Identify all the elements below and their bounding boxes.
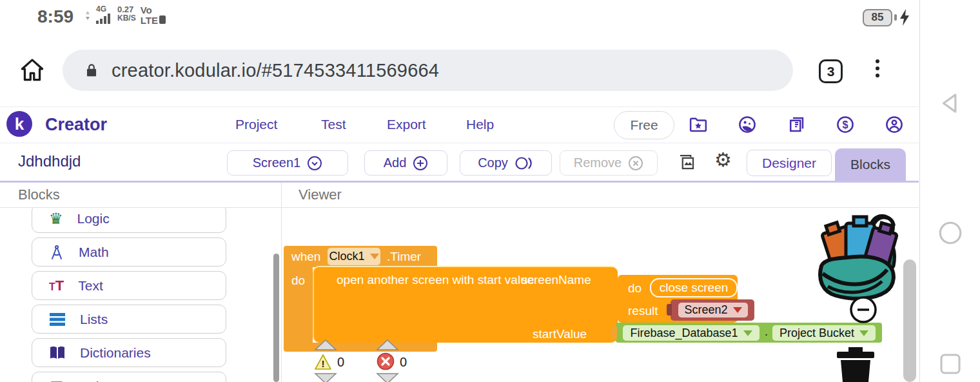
clock-dropdown[interactable]: Clock1 xyxy=(328,248,380,265)
lte-label: LTE xyxy=(141,15,166,26)
collapse-down-arrow-1[interactable] xyxy=(313,372,338,382)
text-tt-icon: TT xyxy=(49,279,64,293)
colors-icon xyxy=(49,380,64,382)
nav-back-icon[interactable] xyxy=(937,89,964,117)
clock-dropdown-value: Clock1 xyxy=(329,250,364,263)
brand-title: Creator xyxy=(45,115,107,135)
palette-list: ♛ Logic Math TT Text Lis xyxy=(0,208,281,382)
volte-label: Vo xyxy=(141,5,166,15)
blocks-canvas[interactable]: when Clock1 .Timer do open another scree… xyxy=(282,208,919,382)
event-block-spine[interactable]: do xyxy=(284,267,313,343)
url-bar[interactable]: creator.kodular.io/#5174533411569664 xyxy=(63,50,793,91)
when-label: when xyxy=(291,250,320,264)
battery-group: 85 xyxy=(863,8,910,26)
screen-selector-label: Screen1 xyxy=(253,156,301,170)
menu-export[interactable]: Export xyxy=(387,117,426,132)
signal-group: 4G xyxy=(96,5,113,24)
dropdown-arrow-icon xyxy=(733,307,742,313)
viewer-scrollbar[interactable] xyxy=(903,259,916,382)
lists-icon xyxy=(49,312,66,327)
project-name: Jdhdhdjd xyxy=(18,152,81,170)
earn-icon[interactable]: $ xyxy=(836,115,855,134)
firebase-block[interactable]: Firebase_Database1 . Project Bucket xyxy=(616,323,882,343)
data-speed-unit: KB/S xyxy=(117,14,136,23)
collapse-up-arrow-1[interactable] xyxy=(313,339,338,351)
home-icon[interactable] xyxy=(18,55,46,85)
nav-home-icon[interactable] xyxy=(937,219,964,246)
tab-switcher-button[interactable]: 3 xyxy=(819,59,843,83)
blocks-palette-pane: Blocks ♛ Logic Math TT Text xyxy=(0,183,282,382)
trash-icon[interactable] xyxy=(833,347,878,382)
svg-text:!: ! xyxy=(322,358,325,369)
palette-item-lists[interactable]: Lists xyxy=(32,305,226,334)
firebase-component-value: Firebase_Database1 xyxy=(630,327,738,340)
math-compass-icon xyxy=(49,244,64,261)
palette-item-text[interactable]: TT Text xyxy=(32,271,226,300)
event-block-top[interactable]: when Clock1 .Timer xyxy=(284,246,437,267)
battery-icon: 85 xyxy=(863,9,892,26)
remove-button-label: Remove xyxy=(574,156,622,170)
viewer-header: Viewer xyxy=(282,183,919,208)
event-block-bottom[interactable] xyxy=(284,343,437,352)
settings-gear-icon[interactable]: ⚙ xyxy=(714,148,732,171)
zoom-out-icon[interactable] xyxy=(849,296,877,324)
account-icon[interactable] xyxy=(885,115,904,134)
plus-circle-icon xyxy=(413,156,428,171)
saved-projects-icon[interactable] xyxy=(689,115,708,134)
menu-project[interactable]: Project xyxy=(235,117,277,132)
screen: 8:59 4G 0.27 KB/S Vo LTE xyxy=(0,0,980,382)
tab-blocks[interactable]: Blocks xyxy=(835,148,906,181)
dictionaries-book-icon xyxy=(49,346,66,360)
open-screen-block[interactable]: open another screen with start value scr… xyxy=(313,266,618,343)
remove-screen-button: Remove xyxy=(560,150,658,176)
screen2-block[interactable]: Screen2 xyxy=(671,299,754,321)
warning-count: 0 xyxy=(337,355,344,370)
firebase-dot: . xyxy=(765,325,768,339)
menu-test[interactable]: Test xyxy=(321,117,346,132)
tab-designer[interactable]: Designer xyxy=(747,150,832,176)
screen2-plug xyxy=(667,304,672,316)
palette-item-dictionaries[interactable]: Dictionaries xyxy=(32,338,226,367)
copy-icon xyxy=(514,156,534,171)
dropdown-arrow-icon xyxy=(859,330,868,336)
clock-time: 8:59 xyxy=(37,6,74,27)
menu-help[interactable]: Help xyxy=(466,117,494,132)
error-icon[interactable] xyxy=(377,352,395,370)
network-status-group: 4G 0.27 KB/S Vo LTE xyxy=(84,5,166,26)
svg-text:$: $ xyxy=(842,119,848,130)
firebase-property-dropdown[interactable]: Project Bucket xyxy=(772,325,876,341)
project-toolbar: Jdhdhdjd Screen1 Add Copy Remove xyxy=(0,143,919,183)
copy-screen-button[interactable]: Copy xyxy=(460,150,552,176)
status-bar: 8:59 4G 0.27 KB/S Vo LTE xyxy=(0,0,919,36)
browser-menu-button[interactable] xyxy=(876,59,879,77)
palette-item-math[interactable]: Math xyxy=(32,237,226,266)
open-screen-label: open another screen with start value xyxy=(337,273,534,287)
screen2-dropdown[interactable]: Screen2 xyxy=(678,303,748,317)
warning-icon[interactable]: ! xyxy=(314,354,332,370)
error-count: 0 xyxy=(400,355,407,370)
plan-badge[interactable]: Free xyxy=(614,111,674,139)
screen-name-socket-label: screenName xyxy=(522,273,591,287)
nav-recents-icon[interactable] xyxy=(937,350,964,377)
news-icon[interactable] xyxy=(787,115,806,134)
assets-icon[interactable] xyxy=(677,152,696,172)
palette-scrollbar[interactable] xyxy=(273,254,279,382)
palette-header: Blocks xyxy=(0,183,281,208)
community-icon[interactable] xyxy=(738,115,757,134)
signal-bars-icon xyxy=(96,14,113,24)
data-speed-value: 0.27 xyxy=(117,5,136,14)
palette-item-colors[interactable]: Colors xyxy=(32,372,226,382)
firebase-property-value: Project Bucket xyxy=(779,327,854,340)
add-screen-button[interactable]: Add xyxy=(364,150,447,176)
logic-crown-icon: ♛ xyxy=(49,211,63,226)
firebase-component-dropdown[interactable]: Firebase_Database1 xyxy=(623,325,760,341)
volte-group: Vo LTE xyxy=(141,5,166,26)
collapse-down-arrow-2[interactable] xyxy=(375,372,400,382)
palette-item-logic[interactable]: ♛ Logic xyxy=(32,208,226,233)
screen-selector-button[interactable]: Screen1 xyxy=(227,150,348,176)
close-screen-block[interactable]: close screen xyxy=(650,278,738,297)
kodular-logo[interactable]: k xyxy=(6,111,32,137)
browser-toolbar: creator.kodular.io/#5174533411569664 3 xyxy=(0,36,919,107)
collapse-up-arrow-2[interactable] xyxy=(375,339,400,351)
battery-percent: 85 xyxy=(872,11,884,24)
